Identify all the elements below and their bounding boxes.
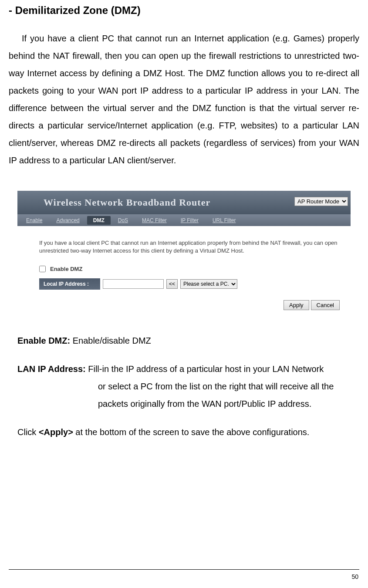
action-buttons: Apply Cancel [17,294,351,314]
pc-select[interactable]: Please select a PC. [180,279,237,289]
local-ip-label: Local IP Address : [39,278,100,290]
apply-desc: Click <Apply> at the bottom of the scree… [17,423,351,441]
page-heading: - Demilitarized Zone (DMZ) [9,4,359,17]
enable-dmz-label: Enable DMZ [50,266,82,272]
page-number: 50 [351,573,358,580]
apply-button[interactable]: Apply [284,300,309,310]
tab-mac-filter[interactable]: MAC Filter [135,216,173,225]
router-title: Wireless Network Broadband Router [44,197,210,208]
router-body: If you have a local client PC that canno… [17,226,351,294]
router-header: Wireless Network Broadband Router AP Rou… [17,191,351,214]
footer-divider [9,569,359,570]
mode-select[interactable]: AP Router Mode [294,197,348,206]
cancel-button[interactable]: Cancel [311,300,340,310]
tab-dos[interactable]: DoS [111,216,135,225]
enable-dmz-desc: Enable DMZ: Enable/disable DMZ [17,332,351,349]
local-ip-input[interactable] [103,279,164,289]
description-block: Enable DMZ: Enable/disable DMZ LAN IP Ad… [17,332,351,441]
lan-ip-desc: LAN IP Address: Fill-in the IP address o… [17,360,351,412]
tab-dmz[interactable]: DMZ [87,216,111,225]
tab-url-filter[interactable]: URL Filter [206,216,243,225]
intro-paragraph: If you have a client PC that cannot run … [9,30,359,169]
tab-enable[interactable]: Enable [20,216,49,225]
enable-dmz-row: Enable DMZ [39,266,338,272]
enable-dmz-checkbox[interactable] [39,266,46,272]
tabs-bar: Enable Advanced DMZ DoS MAC Filter IP Fi… [17,214,351,226]
tab-ip-filter[interactable]: IP Filter [174,216,205,225]
help-text: If you have a local client PC that canno… [39,239,338,255]
local-ip-row: Local IP Address : << Please select a PC… [39,278,338,290]
assign-button[interactable]: << [166,279,178,289]
router-screenshot: Wireless Network Broadband Router AP Rou… [17,191,351,314]
tab-advanced[interactable]: Advanced [50,216,86,225]
